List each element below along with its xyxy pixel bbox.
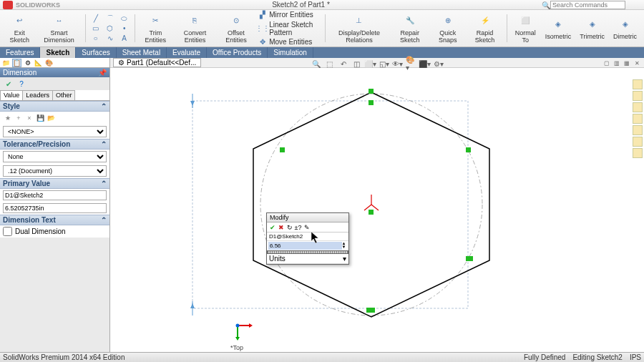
rapid-sketch-button[interactable]: ⚡Rapid Sketch [466, 11, 504, 45]
display-manager-icon[interactable]: 🎨 [44, 59, 54, 67]
view-palette-tab[interactable] [633, 114, 643, 124]
hide-show-icon[interactable]: 👁▾ [392, 59, 404, 69]
trimetric-button[interactable]: ◈Trimetric [575, 11, 609, 45]
file-explorer-tab[interactable] [633, 102, 643, 112]
edit-appearance-icon[interactable]: 🎨▾ [406, 59, 417, 69]
property-manager-icon[interactable]: 📋 [12, 59, 21, 67]
dimetric-button[interactable]: ◈Dimetric [609, 11, 641, 45]
convert-entities-button[interactable]: ⎘Convert Entities [173, 11, 216, 45]
quick-snaps-button[interactable]: ⊕Quick Snaps [429, 11, 466, 45]
tolerance-section-header[interactable]: Tolerance/Precision⌃ [0, 139, 109, 150]
tolerance-precision-select[interactable]: .12 (Document) [3, 165, 107, 177]
tab-sketch[interactable]: Sketch [40, 47, 76, 58]
display-style-icon[interactable]: ◱▾ [379, 59, 390, 69]
tab-features[interactable]: Features [0, 47, 40, 58]
modify-mark-button[interactable]: ✎ [303, 223, 311, 231]
help-button[interactable]: ? [16, 79, 27, 89]
circle-tool[interactable]: ○ [92, 34, 100, 43]
dimension-value-input[interactable] [3, 203, 107, 213]
style-delete-icon[interactable]: × [24, 113, 34, 123]
property-manager: 📁 📋 ⚙ 📐 🎨 Dimension 📌 ✔ ? Value Leaders … [0, 58, 110, 352]
offset-entities-button[interactable]: ⊙Offset Entities [217, 11, 256, 45]
style-save-icon[interactable]: 💾 [35, 113, 45, 123]
collapse-icon[interactable]: ⌃ [101, 216, 107, 224]
zoom-fit-icon[interactable]: 🔍 [311, 59, 322, 69]
view-orientation-icon[interactable]: ⬜▾ [365, 59, 376, 69]
linear-pattern-button[interactable]: ⋮⋮Linear Sketch Pattern [258, 21, 319, 36]
normal-to-button[interactable]: ⬜Normal To [510, 11, 541, 45]
exit-sketch-button[interactable]: ↩Exit Sketch [3, 11, 36, 45]
feature-manager-icon[interactable]: 📁 [1, 59, 11, 67]
manager-tabs: 📁 📋 ⚙ 📐 🎨 [0, 58, 109, 68]
zoom-area-icon[interactable]: ⬚ [324, 59, 336, 69]
dimension-text-section-header[interactable]: Dimension Text⌃ [0, 215, 109, 225]
display-delete-relations-button[interactable]: ⊥Display/Delete Relations [328, 11, 391, 45]
resources-tab[interactable] [633, 79, 643, 89]
tolerance-type-select[interactable]: None [3, 151, 107, 162]
section-view-icon[interactable]: ◫ [351, 59, 363, 69]
custom-props-tab[interactable] [633, 137, 643, 147]
spinner-down-icon[interactable]: ▼ [342, 245, 347, 249]
modify-reverse-button[interactable]: ±? [294, 223, 302, 231]
ok-button[interactable]: ✔ [3, 79, 14, 89]
arc-tool[interactable]: ⌒ [106, 14, 114, 23]
slot-tool[interactable]: ⬭ [120, 14, 129, 23]
modify-ok-button[interactable]: ✔ [268, 223, 276, 231]
apply-scene-icon[interactable]: ⬛▾ [419, 59, 431, 69]
style-select[interactable]: <NONE> [3, 126, 107, 137]
config-manager-icon[interactable]: ⚙ [23, 59, 32, 67]
sub-tab-leaders[interactable]: Leaders [22, 90, 53, 100]
modify-value-input[interactable] [268, 242, 342, 250]
dual-dimension-checkbox[interactable]: Dual Dimension [0, 225, 109, 238]
point-tool[interactable]: • [120, 24, 129, 33]
modify-cancel-button[interactable]: ✖ [277, 223, 285, 231]
rectangle-tool[interactable]: ▭ [92, 24, 100, 33]
text-tool[interactable]: A [120, 34, 129, 43]
dimension-header-label: Dimension [3, 69, 36, 77]
modify-dialog-title[interactable]: Modify [267, 213, 348, 222]
primary-value-section-header[interactable]: Primary Value⌃ [0, 178, 109, 189]
smart-dimension-button[interactable]: ↔Smart Dimension [36, 11, 82, 45]
svg-rect-0 [192, 101, 468, 308]
spline-tool[interactable]: ∿ [106, 34, 114, 43]
collapse-icon[interactable]: ⌃ [101, 180, 107, 187]
tab-office-products[interactable]: Office Products [207, 47, 268, 58]
style-section-header[interactable]: Style⌃ [0, 101, 109, 112]
style-apply-icon[interactable]: ★ [3, 113, 13, 123]
forum-tab[interactable] [633, 148, 643, 158]
dimxpert-icon[interactable]: 📐 [34, 59, 43, 67]
status-product: SolidWorks Premium 2014 x64 Edition [3, 353, 125, 361]
tab-simulation[interactable]: Simulation [268, 47, 313, 58]
panel-pin-icon[interactable]: 📌 [98, 69, 107, 77]
tab-sheet-metal[interactable]: Sheet Metal [117, 47, 167, 58]
isometric-button[interactable]: ◈Isometric [541, 11, 576, 45]
line-tool[interactable]: ╱ [92, 14, 100, 23]
previous-view-icon[interactable]: ↶ [338, 59, 349, 69]
repair-sketch-button[interactable]: 🔧Repair Sketch [390, 11, 429, 45]
dimension-name-input[interactable] [3, 190, 107, 200]
title-bar: SOLIDWORKS Sketch2 of Part1 * 🔍 [0, 0, 644, 10]
sketch-canvas[interactable]: *Top [110, 68, 644, 362]
units-dropdown-icon[interactable]: ▾ [343, 255, 346, 263]
collapse-icon[interactable]: ⌃ [101, 102, 107, 110]
sub-tab-other[interactable]: Other [52, 90, 76, 100]
tab-evaluate[interactable]: Evaluate [167, 47, 207, 58]
tab-surfaces[interactable]: Surfaces [76, 47, 116, 58]
mirror-entities-button[interactable]: ▞Mirror Entities [258, 11, 319, 19]
polygon-tool[interactable]: ⬡ [106, 24, 114, 33]
modify-dialog[interactable]: Modify ✔ ✖ ↻ ±? ✎ D1@Sketch2 ▲ ▼ Units▾ [266, 212, 349, 265]
style-add-icon[interactable]: + [14, 113, 24, 123]
design-library-tab[interactable] [633, 91, 643, 101]
modify-rebuild-button[interactable]: ↻ [286, 223, 293, 231]
style-load-icon[interactable]: 📂 [46, 113, 56, 123]
dual-dimension-check[interactable] [3, 227, 12, 236]
task-pane-tabs [633, 79, 644, 158]
view-settings-icon[interactable]: ⚙▾ [433, 59, 444, 69]
collapse-icon[interactable]: ⌃ [101, 140, 107, 148]
search-commands-input[interactable] [550, 1, 625, 9]
appearances-tab[interactable] [633, 125, 643, 135]
trim-entities-button[interactable]: ✂Trim Entities [137, 11, 173, 45]
graphics-area[interactable]: ⚙Part1 (Default<<Def... 🔍 ⬚ ↶ ◫ ⬜▾ ◱▾ 👁▾… [110, 58, 644, 352]
sub-tab-value[interactable]: Value [0, 90, 23, 100]
move-entities-button[interactable]: ✥Move Entities [258, 38, 319, 47]
